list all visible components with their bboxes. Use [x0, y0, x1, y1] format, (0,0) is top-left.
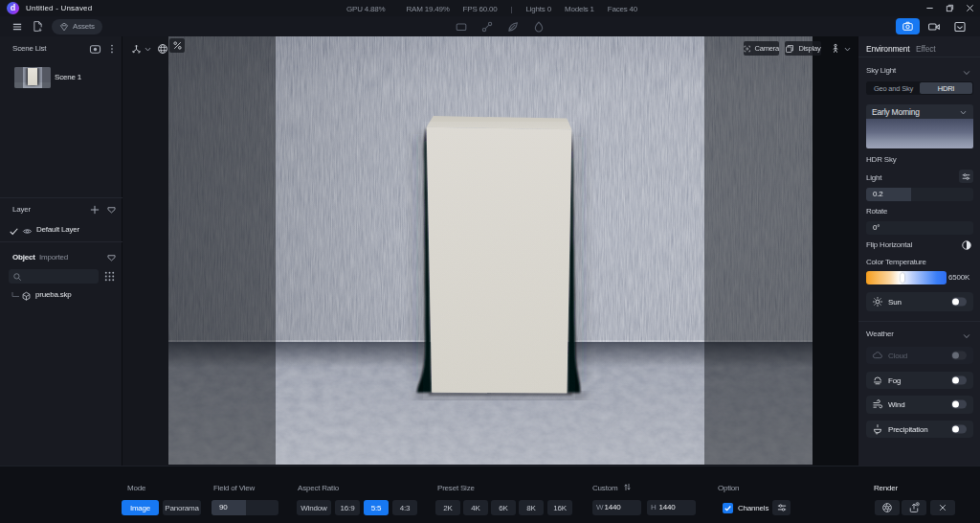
- weather-row-wind[interactable]: Wind: [866, 396, 973, 414]
- viewport-camera-button[interactable]: Camera: [744, 41, 779, 56]
- link-tool-icon[interactable]: [480, 20, 494, 34]
- mode-image-button[interactable]: Image: [122, 500, 159, 515]
- object-item-name: prueba.skp: [35, 290, 72, 299]
- minimize-button[interactable]: [920, 0, 940, 16]
- scene-thumbnail[interactable]: [14, 67, 51, 88]
- sun-toggle[interactable]: [951, 298, 967, 307]
- custom-height-input[interactable]: H 1440: [647, 500, 696, 515]
- perspective-toggle-button[interactable]: [169, 38, 185, 53]
- wind-toggle[interactable]: [951, 400, 967, 409]
- preset-6k-button[interactable]: 6K: [491, 500, 516, 515]
- walk-mode-button[interactable]: [830, 43, 841, 55]
- weather-row-precipitation[interactable]: Precipitation: [866, 421, 973, 439]
- flame-tool-icon[interactable]: [532, 20, 546, 34]
- aspect-5-5-button[interactable]: 5:5: [364, 500, 389, 515]
- aperture-icon: [881, 502, 893, 513]
- eye-icon[interactable]: [22, 226, 33, 237]
- scene-thumbnail-box: [28, 68, 37, 85]
- sky-mode-geo-and-sky[interactable]: Geo and Sky: [867, 82, 920, 94]
- swap-dimensions-icon[interactable]: [622, 482, 633, 492]
- object-grid-view-button[interactable]: [102, 269, 117, 284]
- assets-button[interactable]: Assets: [52, 19, 102, 34]
- chevron-down-icon: [959, 108, 968, 117]
- aspect-4-3-button[interactable]: 4:3: [392, 500, 417, 515]
- add-scene-button[interactable]: [89, 43, 101, 56]
- render-close-button[interactable]: [930, 500, 955, 515]
- weather-collapse-button[interactable]: [962, 331, 971, 341]
- preset-16k-button[interactable]: 16K: [547, 500, 572, 515]
- app-logo-icon: d: [7, 2, 19, 14]
- option-settings-button[interactable]: [772, 500, 791, 515]
- color-temperature-handle[interactable]: [901, 273, 904, 283]
- custom-width-input[interactable]: W 1440: [592, 500, 641, 515]
- weather-row-fog[interactable]: Fog: [866, 372, 973, 390]
- channels-label[interactable]: Channels: [738, 504, 768, 512]
- object-tree-item[interactable]: prueba.skp: [0, 290, 122, 304]
- scene-thumbnail-mask-right: [42, 67, 51, 88]
- sky-light-section-title[interactable]: Sky Light: [866, 66, 896, 75]
- flip-horizontal-button[interactable]: [961, 239, 972, 251]
- viewport[interactable]: Camera Display: [122, 36, 858, 466]
- render-queue-button[interactable]: [953, 20, 967, 34]
- sky-mode-hdri[interactable]: HDRI: [920, 82, 972, 94]
- rotate-input[interactable]: 0°: [866, 221, 973, 235]
- material-tool-icon[interactable]: [455, 20, 468, 34]
- light-intensity-input[interactable]: 0.2: [866, 188, 973, 201]
- field-of-view-input[interactable]: 90: [212, 500, 278, 515]
- weather-section-title[interactable]: Weather: [866, 330, 894, 338]
- search-icon: [12, 272, 22, 282]
- photo-mode-button[interactable]: [896, 18, 920, 34]
- tab-effect[interactable]: Effect: [916, 44, 935, 54]
- render-export-button[interactable]: [902, 500, 926, 515]
- viewport-display-button[interactable]: Display: [785, 41, 821, 56]
- object-section-subtitle[interactable]: Imported: [39, 253, 68, 262]
- tab-environment[interactable]: Environment: [866, 44, 910, 54]
- channels-checkbox[interactable]: [723, 503, 733, 513]
- video-mode-button[interactable]: [927, 20, 941, 34]
- object-search-input[interactable]: [9, 269, 99, 284]
- stat-lights: Lights 0: [526, 5, 551, 13]
- minimize-icon: [925, 4, 934, 12]
- close-button[interactable]: [960, 0, 980, 16]
- hdri-preset-select[interactable]: Early Morning: [866, 104, 973, 119]
- sky-light-collapse-button[interactable]: [962, 68, 971, 78]
- hdri-preview-image[interactable]: [866, 119, 973, 148]
- gizmo-dropdown[interactable]: [144, 45, 152, 54]
- gizmo-mode-button[interactable]: [130, 43, 143, 56]
- menu-button[interactable]: [9, 16, 26, 36]
- restore-button[interactable]: [940, 0, 960, 16]
- mode-panorama-button[interactable]: Panorama: [163, 500, 201, 515]
- fog-toggle[interactable]: [951, 375, 967, 384]
- object-section-title[interactable]: Object: [12, 253, 35, 262]
- assets-diamond-icon: [59, 22, 69, 32]
- precipitation-toggle[interactable]: [951, 424, 967, 433]
- scene-box[interactable]: [427, 116, 572, 394]
- safe-frame-mask-right: [704, 36, 813, 465]
- scene-list-menu-button[interactable]: [106, 43, 118, 55]
- preset-4k-button[interactable]: 4K: [463, 500, 488, 515]
- aspect-window-button[interactable]: Window: [297, 500, 331, 515]
- light-intensity-value: 0.2: [873, 188, 883, 201]
- aspect-16-9-button[interactable]: 16:9: [335, 500, 360, 515]
- color-temperature-slider[interactable]: [866, 271, 947, 284]
- walk-mode-dropdown[interactable]: [843, 45, 852, 54]
- light-settings-button[interactable]: [959, 170, 973, 183]
- preset-2k-button[interactable]: 2K: [435, 500, 460, 515]
- sun-row[interactable]: Sun: [866, 292, 973, 311]
- scene-thumbnail-mask-left: [14, 67, 23, 88]
- vegetation-tool-icon[interactable]: [506, 20, 520, 34]
- preset-8k-button[interactable]: 8K: [519, 500, 544, 515]
- import-button[interactable]: [29, 16, 46, 36]
- performance-stats: GPU 4.88% RAM 19.49% FPS 60.00 | Lights …: [346, 5, 637, 13]
- flip-horizontal-label: Flip Horizontal: [866, 240, 912, 249]
- render-start-button[interactable]: [875, 500, 900, 515]
- object-collapse-button[interactable]: [106, 253, 117, 263]
- kebab-menu-icon: [106, 43, 118, 55]
- scene-item-label[interactable]: Scene 1: [55, 73, 81, 81]
- export-with-badge-icon: [908, 502, 920, 513]
- layer-row[interactable]: Default Layer: [0, 224, 122, 239]
- add-layer-button[interactable]: [89, 204, 100, 216]
- layer-collapse-button[interactable]: [106, 205, 117, 216]
- grid-dots-icon: [102, 269, 117, 284]
- world-coordinate-button[interactable]: [157, 43, 168, 55]
